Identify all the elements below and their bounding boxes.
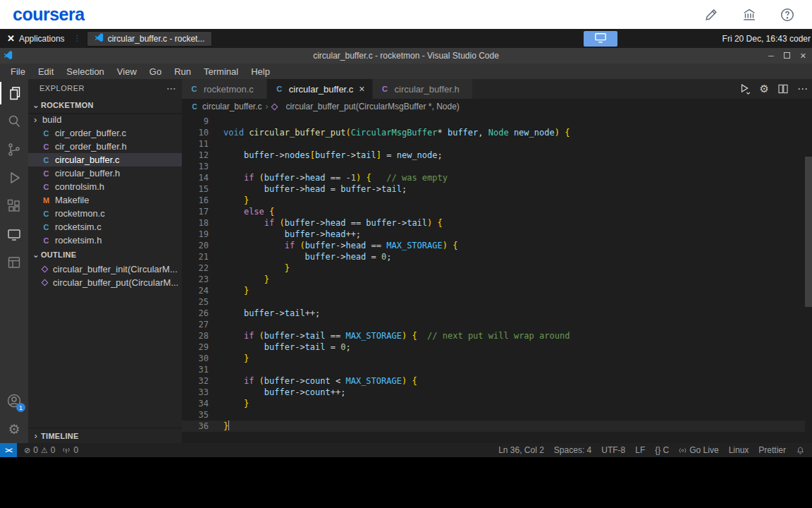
code-line[interactable]: 10void circular_buffer_put(CircularMsgBu… xyxy=(182,127,805,138)
editor-scrollbar[interactable] xyxy=(805,114,812,443)
code-line[interactable]: 17 else { xyxy=(182,206,805,217)
code-line[interactable]: 18 if (buffer->head == buffer->tail) { xyxy=(182,217,805,229)
code-line[interactable]: 19 buffer->head++; xyxy=(182,229,805,240)
more-actions-icon[interactable]: ⋯ xyxy=(797,83,808,95)
file-item-circular_buffer.h[interactable]: circular_buffer.h xyxy=(28,167,182,180)
ports-count: 0 xyxy=(73,445,78,455)
radio-tower-icon xyxy=(62,446,70,454)
help-icon[interactable] xyxy=(780,7,795,23)
os-indicator[interactable]: Linux xyxy=(729,445,749,455)
code-line[interactable]: 34 } xyxy=(182,398,805,409)
file-item-rocketmon.c[interactable]: rocketmon.c xyxy=(28,207,182,220)
account-icon[interactable]: 1 xyxy=(0,387,28,415)
ports-indicator[interactable]: 0 xyxy=(62,445,78,455)
source-control-icon[interactable] xyxy=(0,135,28,164)
taskbar-clock[interactable]: Fri 20 Dec, 16:43 coder xyxy=(722,29,811,48)
file-item-circular_buffer.c[interactable]: circular_buffer.c xyxy=(28,153,182,167)
language-mode[interactable]: {} C xyxy=(655,445,669,455)
code-line[interactable]: 35 xyxy=(182,409,805,421)
outline-header[interactable]: ⌄ OUTLINE xyxy=(28,247,182,262)
file-item-rocketsim.h[interactable]: rocketsim.h xyxy=(28,234,182,247)
code-line[interactable]: 29 buffer->tail = 0; xyxy=(182,341,805,353)
outline-item[interactable]: circular_buffer_put(CircularM... xyxy=(28,276,182,289)
run-file-button[interactable] xyxy=(739,83,751,95)
code-line[interactable]: 36} xyxy=(182,421,805,432)
code-line[interactable]: 16 } xyxy=(182,195,805,206)
minimize-button[interactable]: ─ xyxy=(768,52,774,60)
applications-menu[interactable]: ✕ Applications xyxy=(0,29,72,48)
code-line[interactable]: 9 xyxy=(182,116,805,127)
more-actions-icon[interactable]: ⋯ xyxy=(166,83,176,94)
code-line[interactable]: 24 } xyxy=(182,285,805,296)
code-line[interactable]: 15 buffer->head = buffer->tail; xyxy=(182,183,805,195)
settings-gear-icon[interactable]: ⚙ xyxy=(0,415,28,443)
file-name: rocketsim.c xyxy=(55,222,102,232)
search-icon[interactable] xyxy=(0,107,28,135)
extensions-icon[interactable] xyxy=(0,192,28,220)
code-line[interactable]: 11 xyxy=(182,138,805,150)
indentation[interactable]: Spaces: 4 xyxy=(554,445,591,455)
eol-indicator[interactable]: LF xyxy=(635,445,645,455)
file-item-cir_order_buffer.h[interactable]: cir_order_buffer.h xyxy=(28,140,182,153)
folder-section-header[interactable]: ⌄ ROCKETMON xyxy=(28,97,182,113)
tab-rocketmon.c[interactable]: rocketmon.c xyxy=(182,79,267,99)
menu-go[interactable]: Go xyxy=(143,66,168,77)
menu-run[interactable]: Run xyxy=(168,66,197,77)
menu-view[interactable]: View xyxy=(111,66,143,77)
code-line[interactable]: 30 } xyxy=(182,353,805,364)
code-line[interactable]: 20 if (buffer->head == MAX_STORAGE) { xyxy=(182,240,805,251)
file-item-Makefile[interactable]: Makefile xyxy=(28,193,182,207)
menu-edit[interactable]: Edit xyxy=(32,66,60,77)
code-line[interactable]: 21 buffer->head = 0; xyxy=(182,251,805,262)
menu-file[interactable]: File xyxy=(4,66,32,77)
menu-help[interactable]: Help xyxy=(245,66,276,77)
file-item-controlsim.h[interactable]: controlsim.h xyxy=(28,180,182,193)
outline-item[interactable]: circular_buffer_init(CircularM... xyxy=(28,262,182,276)
menu-selection[interactable]: Selection xyxy=(60,66,110,77)
breadcrumb-symbol[interactable]: circular_buffer_put(CircularMsgBuffer *,… xyxy=(286,102,460,111)
close-button[interactable]: ✕ xyxy=(800,52,806,60)
problems-indicator[interactable]: ⊘ 0 ⚠ 0 xyxy=(24,445,55,455)
breadcrumb-file[interactable]: circular_buffer.c xyxy=(202,102,262,111)
formatter-indicator[interactable]: Prettier xyxy=(758,445,786,455)
menu-terminal[interactable]: Terminal xyxy=(197,66,245,77)
code-line[interactable]: 31 xyxy=(182,364,805,375)
code-line[interactable]: 12 buffer->nodes[buffer->tail] = new_nod… xyxy=(182,150,805,161)
encoding[interactable]: UTF-8 xyxy=(601,445,625,455)
explorer-icon[interactable] xyxy=(0,79,28,107)
gear-icon[interactable]: ⚙ xyxy=(760,83,769,95)
maximize-button[interactable] xyxy=(784,52,790,60)
run-debug-icon[interactable] xyxy=(0,164,28,192)
pen-icon[interactable] xyxy=(703,7,719,23)
code-line[interactable]: 22 } xyxy=(182,262,805,274)
file-item-cir_order_buffer.c[interactable]: cir_order_buffer.c xyxy=(28,126,182,140)
go-live-button[interactable]: Go Live xyxy=(679,445,718,455)
window-layout-icon[interactable] xyxy=(0,248,28,277)
code-line[interactable]: 23 } xyxy=(182,274,805,285)
split-editor-icon[interactable] xyxy=(777,83,789,95)
file-item-build[interactable]: ›build xyxy=(28,113,182,126)
code-line[interactable]: 33 buffer->count++; xyxy=(182,387,805,398)
monitor-icon[interactable] xyxy=(0,220,28,248)
code-line[interactable]: 13 xyxy=(182,161,805,172)
code-line[interactable]: 26 buffer->tail++; xyxy=(182,308,805,319)
close-tab-icon[interactable]: × xyxy=(359,83,364,95)
code-editor[interactable]: 910void circular_buffer_put(CircularMsgB… xyxy=(182,114,805,443)
code-line[interactable]: 25 xyxy=(182,296,805,308)
code-line[interactable]: 27 xyxy=(182,319,805,330)
library-icon[interactable] xyxy=(742,7,757,23)
scrollbar-thumb[interactable] xyxy=(805,157,812,307)
code-line[interactable]: 32 if (buffer->count < MAX_STORAGE) { xyxy=(182,375,805,387)
code-line[interactable]: 14 if (buffer->head == -1) { // was empt… xyxy=(182,172,805,183)
line-text: } xyxy=(209,195,249,206)
tab-circular_buffer.h[interactable]: circular_buffer.h xyxy=(373,79,473,99)
file-item-rocketsim.c[interactable]: rocketsim.c xyxy=(28,220,182,234)
screen-share-button[interactable] xyxy=(584,31,617,47)
tab-circular_buffer.c[interactable]: circular_buffer.c× xyxy=(267,79,373,99)
cursor-position[interactable]: Ln 36, Col 2 xyxy=(498,445,544,455)
remote-indicator[interactable]: >< xyxy=(0,443,17,457)
code-line[interactable]: 28 if (buffer->tail == MAX_STORAGE) { //… xyxy=(182,330,805,341)
taskbar-window-button[interactable]: circular_buffer.c - rocket... xyxy=(87,31,213,47)
timeline-header[interactable]: › TIMELINE xyxy=(28,428,182,443)
bell-icon[interactable] xyxy=(796,446,805,455)
